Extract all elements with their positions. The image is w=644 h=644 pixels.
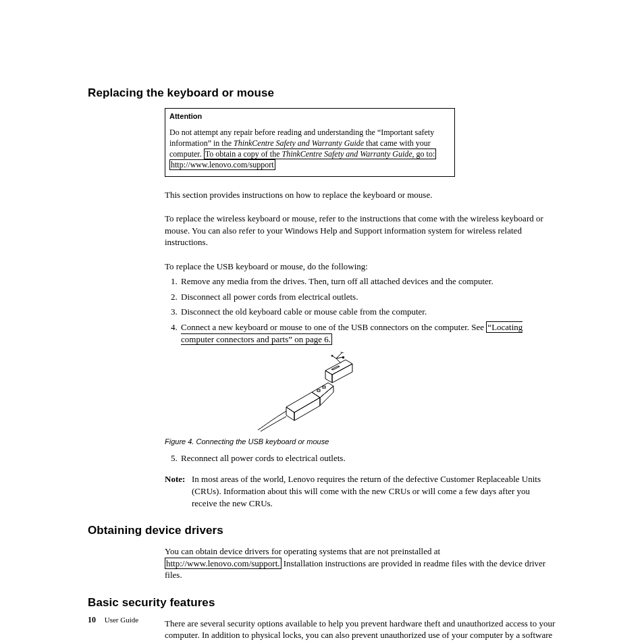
figure-4: Figure 4. Connecting the USB keyboard or… bbox=[165, 352, 556, 447]
attention-text: Do not attempt any repair before reading… bbox=[169, 128, 436, 171]
section2-paragraph: You can obtain device drivers for operat… bbox=[165, 545, 556, 581]
section1-p3: To replace the USB keyboard or mouse, do… bbox=[165, 261, 556, 273]
usb-connector-illustration bbox=[246, 352, 360, 433]
heading-replacing: Replacing the keyboard or mouse bbox=[88, 86, 556, 100]
page-footer: 10 User Guide bbox=[88, 615, 138, 625]
note: Note: In most areas of the world, Lenovo… bbox=[165, 473, 556, 509]
attention-obtain-copy-link[interactable]: To obtain a copy of the ThinkCentre Safe… bbox=[204, 149, 437, 159]
text: To obtain a copy of the bbox=[205, 149, 282, 159]
list-item: Disconnect the old keyboard cable or mou… bbox=[180, 306, 556, 318]
attention-italic-1: ThinkCentre Safety and Warranty Guide bbox=[234, 138, 364, 148]
list-item: Disconnect all power cords from electric… bbox=[180, 291, 556, 303]
footer-label: User Guide bbox=[105, 616, 138, 624]
figure-caption: Figure 4. Connecting the USB keyboard or… bbox=[165, 437, 556, 447]
svg-point-0 bbox=[331, 355, 333, 356]
list-item: Connect a new keyboard or mouse to one o… bbox=[180, 321, 556, 345]
svg-rect-3 bbox=[323, 386, 325, 388]
svg-rect-1 bbox=[342, 356, 344, 358]
note-label: Note: bbox=[165, 473, 192, 509]
text: You can obtain device drivers for operat… bbox=[165, 546, 440, 556]
steps-list-cont: Reconnect all power cords to electrical … bbox=[165, 452, 556, 464]
section3-paragraph: There are several security options avail… bbox=[165, 618, 556, 644]
note-text: In most areas of the world, Lenovo requi… bbox=[192, 473, 556, 509]
heading-obtaining-drivers: Obtaining device drivers bbox=[88, 524, 556, 537]
page-number: 10 bbox=[88, 615, 96, 624]
heading-basic-security: Basic security features bbox=[88, 596, 556, 610]
drivers-url-link[interactable]: http://www.lenovo.com/support. bbox=[165, 558, 281, 569]
section1-p1: This section provides instructions on ho… bbox=[165, 189, 556, 201]
list-item: Reconnect all power cords to electrical … bbox=[180, 452, 556, 464]
section1-p2: To replace the wireless keyboard or mous… bbox=[165, 213, 556, 248]
svg-rect-2 bbox=[317, 390, 320, 392]
list-item: Remove any media from the drives. Then, … bbox=[180, 275, 556, 288]
attention-box: Attention Do not attempt any repair befo… bbox=[165, 108, 455, 177]
text: , go to: bbox=[412, 149, 435, 159]
attention-title: Attention bbox=[169, 111, 450, 122]
attention-url-link[interactable]: http://www.lenovo.com/support bbox=[169, 159, 275, 170]
step4-text: Connect a new keyboard or mouse to one o… bbox=[181, 322, 486, 332]
attention-italic-2: ThinkCentre Safety and Warranty Guide bbox=[281, 149, 412, 159]
steps-list: Remove any media from the drives. Then, … bbox=[165, 275, 556, 345]
